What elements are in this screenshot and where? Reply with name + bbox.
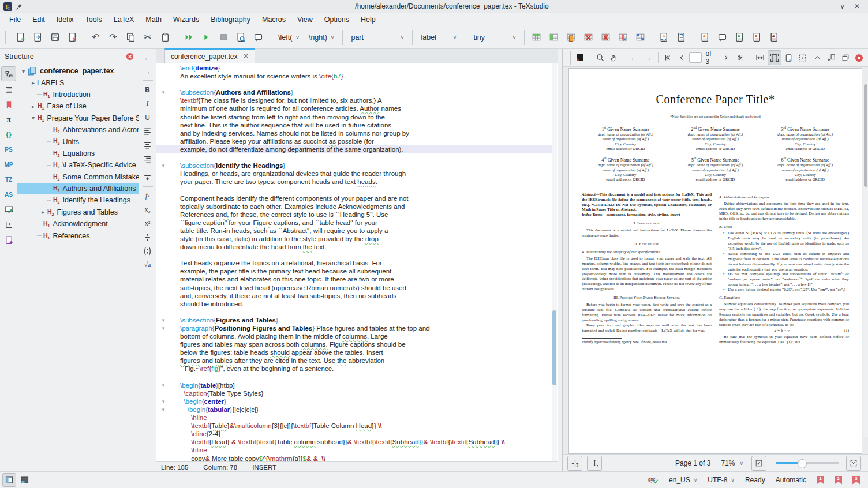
encoding-dropdown[interactable]: UTF-8 ∨ [708,476,735,484]
open-button[interactable] [29,29,46,46]
menu-edit[interactable]: Edit [27,14,51,25]
code-line[interactable]: and, conversely, if there are not at lea… [156,292,552,300]
toolbar-handle[interactable] [5,31,9,44]
editor-pdf-splitter[interactable] [558,49,563,472]
close-doc-button[interactable] [64,29,80,46]
menu-bibliography[interactable]: Bibliography [205,14,256,25]
spellcheck-icon[interactable]: abc [648,476,659,485]
code-line[interactable] [156,373,552,381]
previous-page-icon[interactable] [675,51,688,65]
fold-marker[interactable]: ▾ [156,406,170,414]
bold-icon[interactable]: B [141,84,154,96]
history-back-icon[interactable]: ← [627,51,640,65]
fit-width-icon[interactable] [754,51,766,65]
structure-item-introduction[interactable]: H1Introduction [17,89,139,100]
structure-item-abbreviations-and-acronyms[interactable]: H2Abbreviations and Acronyms [17,124,139,136]
fmt-green-button[interactable]: A [731,29,747,46]
structure-item-acknowledgment[interactable]: H1Acknowledgment [17,218,139,230]
preview-dock-icon[interactable] [2,202,16,216]
fold-marker[interactable]: ▾ [156,381,170,389]
code-line[interactable]: topically subordinate to each other. Exa… [156,202,552,211]
code-line[interactable]: \cline{2-4} [156,430,552,438]
code-line[interactable]: ▾\paragraph{Positioning Figures and Tabl… [156,324,552,332]
redo-button[interactable]: ↷ [105,29,121,46]
plot-dock-icon[interactable] [2,217,16,231]
structure-item-units[interactable]: H2Units [17,136,139,147]
metapost-dock-icon[interactable]: MP [2,157,16,171]
linebreak-icon[interactable] [141,171,154,183]
code-line[interactable] [156,251,552,259]
zoom-slider[interactable] [776,462,839,464]
pstricks-dock-icon[interactable]: PS [2,142,16,156]
undo-button[interactable]: ↶ [88,29,104,46]
back-icon[interactable]: ← [141,51,154,63]
close-window-icon[interactable]: ✕ [854,2,860,10]
detach-window-icon[interactable] [839,51,852,65]
toggle-bottom-panel-icon[interactable] [18,474,31,486]
view-log-button[interactable] [250,29,266,46]
structure-item-equations[interactable]: H2Equations [17,148,139,159]
code-line[interactable]: Component heads identify the different c… [156,194,552,202]
code-line[interactable]: copy& More table copy$^{\mathrm{a}}$& & … [156,455,552,462]
code-line[interactable]: \end{itemize} [156,64,552,72]
asymptote-dock-icon[interactable]: AS [2,187,16,201]
code-line[interactable]: next line. This is the author sequence t… [156,121,552,129]
chevron-down-icon[interactable]: ∨ [739,460,743,466]
dock-viewer-icon[interactable] [825,51,838,65]
last-page-icon[interactable] [734,51,746,65]
code-line[interactable]: ▾\subsection{Figures and Tables} [156,316,552,324]
function-icon[interactable]: fx [141,190,154,202]
toc-dock-icon[interactable] [2,82,16,96]
sqrt-icon[interactable]: √a [141,259,154,271]
code-line[interactable]: style (in this case, italic) in addition… [156,235,552,243]
zoom-fit-icon[interactable] [751,456,766,471]
left-delimiter-dropdown[interactable]: \left( ∨ [274,32,304,43]
align-left-icon[interactable] [141,125,154,137]
fraction-icon[interactable] [141,231,154,243]
superscript-icon[interactable]: x² [141,217,154,230]
table-add-row-button[interactable] [528,29,544,46]
code-line[interactable]: your paper. There are two types: compone… [156,178,552,186]
copy-button[interactable] [122,29,139,46]
code-line[interactable]: \caption{Table Type Styles} [156,389,552,397]
tikz-dock-icon[interactable]: TZ [2,172,16,186]
pdf-scrollbar-thumb[interactable] [864,84,867,187]
table-add-col-button[interactable] [545,29,562,46]
menu-view[interactable]: View [291,14,319,25]
code-line[interactable]: should be introduced. [156,300,552,308]
menu-wizards[interactable]: Wizards [167,14,205,25]
structure-item-references[interactable]: H1References [17,230,139,241]
convert-source-button[interactable] [656,29,672,46]
close-tab-icon[interactable]: ✕ [243,52,248,60]
bookmark-2-icon[interactable]: 2 [835,476,842,485]
code-line[interactable]: ``Fig.~\ref{fig}'', even at the beginnin… [156,365,552,373]
code-line[interactable]: An excellent style manual for science wr… [156,72,552,80]
fullscreen-icon[interactable] [846,456,861,471]
forward-icon[interactable]: → [141,65,154,77]
structure-item-figures-and-tables[interactable]: ▸H2Figures and Tables [17,207,139,218]
table-cut-col-button[interactable] [615,29,631,46]
structure-item-labels[interactable]: ▸LABELS [17,77,139,88]
menu-math[interactable]: Math [140,14,167,25]
code-line[interactable]: affiliation. Please keep your affiliatio… [156,137,552,145]
code-line[interactable]: figures and tables after they are cited … [156,356,552,365]
binomial-icon[interactable] [141,245,154,257]
sectioning-dropdown[interactable]: part ∨ [346,32,409,43]
code-line[interactable]: \hline [156,414,552,422]
code-line[interactable]: table title. Run-in heads, such as ``Abs… [156,227,552,235]
new-button[interactable] [12,29,28,46]
compile-button[interactable] [198,29,214,46]
code-line[interactable]: ▾ \begin{center} [156,397,552,406]
scroll-follow-icon[interactable]: 1 [567,456,582,471]
invert-colors-button[interactable] [574,51,586,65]
code-line[interactable]: \textbf{Table}&\multicolumn{3}{|c|}{\tex… [156,422,552,430]
menu-file[interactable]: File [3,14,27,25]
fmt-comment-button[interactable] [714,29,730,46]
cut-button[interactable]: ✂ [140,29,156,46]
align-right-icon[interactable] [141,153,154,165]
code-line[interactable]: should be listed starting from left to r… [156,113,552,121]
single-page-icon[interactable] [783,51,795,65]
structure-item-authors-and-affiliations[interactable]: H2Authors and Affiliations [17,183,139,194]
close-viewer-icon[interactable] [853,51,866,65]
code-line[interactable]: \textbf{Head} & \textbf{\textit{Table co… [156,438,552,446]
